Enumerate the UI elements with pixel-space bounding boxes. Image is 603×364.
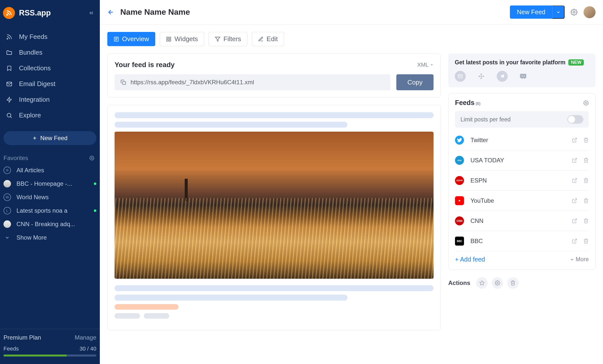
gear-icon — [571, 9, 578, 16]
feed-item-bbc[interactable]: BBC BBC — [455, 231, 589, 251]
skeleton-pill — [144, 313, 169, 319]
letter-icon: L — [3, 207, 11, 214]
svg-rect-19 — [167, 39, 168, 41]
format-dropdown[interactable]: XML — [417, 62, 434, 68]
feed-item-youtube[interactable]: YouTube — [455, 191, 589, 211]
nav-label: My Feeds — [19, 33, 47, 41]
favorite-label: CNN - Breaking adq... — [16, 221, 96, 228]
feeds-settings-button[interactable] — [583, 100, 589, 106]
trash-icon — [583, 198, 589, 203]
feeds-usage-count: 30 / 40 — [80, 346, 96, 352]
delete-feed-button[interactable] — [583, 218, 589, 224]
email-platform-button[interactable] — [455, 71, 466, 82]
add-feed-link[interactable]: + Add feed — [455, 256, 485, 263]
nav-label: Email Digest — [19, 80, 55, 88]
tab-label: Widgets — [174, 35, 198, 43]
external-link-icon — [572, 158, 577, 163]
open-feed-button[interactable] — [572, 158, 577, 163]
svg-point-41 — [497, 282, 498, 284]
feed-item-cnn[interactable]: CNN CNN — [455, 211, 589, 231]
plan-name: Premium Plan — [3, 334, 41, 341]
new-feed-dropdown-button[interactable] — [552, 5, 565, 19]
trash-icon — [583, 218, 589, 224]
discord-platform-button[interactable] — [518, 71, 529, 82]
svg-marker-3 — [7, 97, 11, 102]
zap-icon — [5, 96, 13, 103]
show-more-favorites[interactable]: Show More — [0, 231, 100, 244]
nav-collections[interactable]: Collections — [0, 60, 100, 76]
copy-button[interactable]: Copy — [396, 74, 434, 90]
manage-link[interactable]: Manage — [75, 334, 96, 341]
delete-feed-button[interactable] — [583, 198, 589, 203]
favorite-action-button[interactable] — [476, 277, 488, 289]
tab-overview[interactable]: Overview — [107, 32, 155, 46]
favorite-label: BBC - Homepage -... — [16, 180, 92, 187]
delete-feed-button[interactable] — [583, 238, 589, 244]
nav-my-feeds[interactable]: My Feeds — [0, 29, 100, 45]
delete-feed-button[interactable] — [583, 137, 589, 143]
actions-label: Actions — [448, 279, 470, 286]
favorite-sports[interactable]: L Latest sports noa a — [0, 204, 100, 217]
nav-integration[interactable]: Integration — [0, 92, 100, 107]
feeds-usage-label: Feeds — [3, 346, 19, 352]
external-link-icon — [572, 238, 577, 244]
telegram-platform-button[interactable] — [497, 71, 508, 82]
topbar: Name Name Name New Feed — [100, 0, 603, 24]
svg-rect-26 — [480, 74, 482, 75]
open-feed-button[interactable] — [572, 137, 577, 143]
favorite-bbc[interactable]: BBC - Homepage -... — [0, 177, 100, 190]
new-feed-sidebar-button[interactable]: New Feed — [3, 131, 96, 145]
svg-rect-17 — [167, 37, 168, 38]
search-icon — [5, 112, 13, 119]
tab-filters[interactable]: Filters — [209, 32, 247, 46]
nav-bundles[interactable]: Bundles — [0, 45, 100, 60]
svg-point-30 — [522, 76, 523, 77]
svg-rect-18 — [169, 37, 171, 38]
favorite-cnn[interactable]: CNN - Breaking adq... — [0, 217, 100, 231]
feed-url-box[interactable]: https://rss.app/feeds/_7ldxbVKRHu6C4t11.… — [115, 74, 390, 90]
slack-icon — [477, 72, 485, 80]
skeleton-line — [115, 112, 434, 118]
settings-button[interactable] — [571, 9, 578, 16]
feed-name: YouTube — [470, 197, 572, 204]
feed-item-usatoday[interactable]: USA USA TODAY — [455, 150, 589, 171]
collapse-sidebar-button[interactable] — [88, 10, 94, 16]
svg-rect-20 — [169, 39, 171, 41]
delete-action-button[interactable] — [507, 277, 519, 289]
favorite-all-articles[interactable]: All Articles — [0, 164, 100, 177]
show-more-label: Show More — [16, 234, 96, 241]
new-feed-button[interactable]: New Feed — [510, 5, 552, 19]
app-logo — [3, 7, 15, 19]
open-feed-button[interactable] — [572, 178, 577, 183]
platforms-card: Get latest posts in your favorite platfo… — [448, 54, 596, 87]
favorite-label: Latest sports noa a — [16, 207, 92, 214]
twitter-icon — [455, 136, 464, 145]
back-button[interactable] — [107, 9, 114, 16]
nav-explore[interactable]: Explore — [0, 107, 100, 123]
slack-platform-button[interactable] — [476, 71, 487, 82]
limit-toggle[interactable] — [567, 115, 583, 124]
favorite-world-news[interactable]: W World News — [0, 190, 100, 204]
more-dropdown[interactable]: More — [570, 256, 589, 263]
feed-item-espn[interactable]: ESPN ESPN — [455, 171, 589, 191]
settings-action-button[interactable] — [492, 277, 503, 289]
button-label: New Feed — [40, 135, 67, 142]
open-feed-button[interactable] — [572, 218, 577, 224]
tab-edit[interactable]: Edit — [252, 32, 284, 46]
open-feed-button[interactable] — [572, 198, 577, 203]
feed-item-twitter[interactable]: Twitter — [455, 130, 589, 150]
svg-marker-36 — [459, 200, 460, 202]
delete-feed-button[interactable] — [583, 158, 589, 163]
filter-icon — [215, 36, 220, 42]
bbc-icon: BBC — [455, 237, 464, 246]
svg-point-4 — [7, 113, 11, 117]
user-avatar[interactable] — [584, 6, 596, 18]
favorites-settings-button[interactable] — [89, 156, 94, 161]
limit-label: Limit posts per feed — [460, 116, 511, 123]
tab-label: Edit — [267, 35, 278, 43]
open-feed-button[interactable] — [572, 238, 577, 244]
svg-marker-40 — [480, 281, 484, 285]
nav-email-digest[interactable]: Email Digest — [0, 76, 100, 92]
tab-widgets[interactable]: Widgets — [160, 32, 204, 46]
delete-feed-button[interactable] — [583, 178, 589, 183]
